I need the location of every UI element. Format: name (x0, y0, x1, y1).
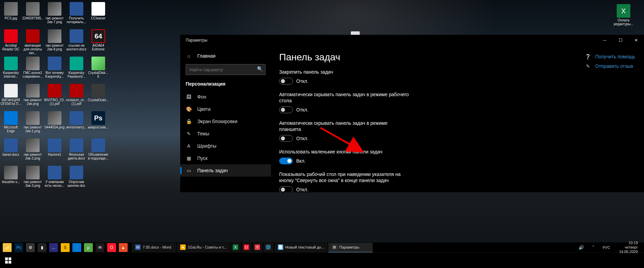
file-icon (4, 57, 18, 70)
toggle-state-label: Откл. (296, 78, 309, 84)
desktop-icon[interactable]: CCleaner (87, 1, 109, 29)
nav-icon: ▦ (186, 155, 192, 161)
titlebar[interactable]: Параметры ─ ☐ ✕ (180, 35, 644, 46)
desktop-icon[interactable]: baner.docx (0, 138, 22, 165)
pinned-app[interactable]: ▮ (37, 243, 47, 252)
pinned-app[interactable]: S (60, 243, 70, 252)
taskbar-task[interactable]: O (242, 243, 252, 252)
desktop-icon[interactable]: 64AIDA64 Extreme (87, 29, 109, 56)
file-icon (91, 2, 105, 16)
close-button[interactable]: ✕ (628, 35, 644, 46)
toggle-switch[interactable] (279, 78, 293, 85)
sidebar-item[interactable]: ✎Темы (180, 128, 271, 140)
toggle-state-label: Откл. (296, 136, 309, 141)
desktop-icon[interactable]: Опросник шенген.doc (66, 165, 87, 192)
task-label: Новый текстовый до... (285, 245, 324, 249)
file-icon (4, 166, 18, 179)
desktop-icon[interactable]: гмс-ремонт 2кв-2.png (22, 138, 44, 165)
file-icon (48, 166, 61, 179)
desktop-icon[interactable]: 2248287995... (22, 1, 44, 29)
sidebar-item[interactable]: 🎨Цвета (180, 103, 271, 115)
desktop-icon[interactable]: 5444554.png (44, 110, 66, 138)
taskbar-task[interactable]: 🌐 (263, 243, 274, 252)
language-indicator[interactable]: РУС (601, 245, 612, 250)
file-icon (26, 2, 40, 16)
taskbar-task[interactable]: 📄Новый текстовый до... (274, 243, 328, 252)
pinned-app[interactable]: ✉ (95, 243, 105, 252)
desktop-icon[interactable]: гмс-ремонт 2кв-1.png (22, 110, 44, 138)
start-button[interactable] (2, 254, 14, 267)
desktop-icon[interactable]: Налоги1 (44, 138, 66, 165)
desktop-icon[interactable]: ГМС-кухня1 современн... (22, 56, 44, 83)
app-icon: … (49, 243, 58, 252)
desktop-icon[interactable]: гмс-ремонт 2кв-8.png (44, 29, 66, 56)
windows-icon (5, 257, 11, 264)
pinned-app[interactable]: 📁 (2, 243, 12, 252)
taskbar-task[interactable]: ●1Gai.Ru - Советы и т... (177, 243, 230, 252)
desktop-icon[interactable]: CrystalDisk... 6 (87, 56, 109, 83)
desktop-icon[interactable]: lesushie-v... (0, 165, 22, 192)
tray-chevron-up-icon[interactable]: ˄ (590, 245, 597, 250)
sidebar-item[interactable]: AШрифты (180, 140, 271, 152)
desktop-icon[interactable]: Вот почему Kaspersky... (44, 56, 66, 83)
taskbar-task[interactable]: X (231, 243, 241, 252)
desktop-icon[interactable]: Kaspersky Internet... (0, 56, 22, 83)
pinned-app[interactable]: O (106, 243, 117, 252)
sidebar-item[interactable]: ▭Панель задач (180, 164, 271, 177)
task-icon: 📄 (278, 244, 283, 250)
toggle-switch[interactable] (279, 186, 293, 192)
toggle-state-label: Вкл. (296, 158, 306, 164)
minimize-button[interactable]: ─ (597, 35, 613, 46)
desktop[interactable]: PCS.jpgAcrobat Reader DCKaspersky Intern… (0, 0, 644, 268)
taskbar-task[interactable]: Y (253, 243, 263, 252)
pinned-app[interactable]: ⚙ (25, 243, 35, 252)
sidebar-item[interactable]: 🔒Экран блокировки (180, 115, 271, 128)
desktop-icon[interactable]: Получить нотариаль... (66, 1, 87, 29)
search-input[interactable] (186, 64, 266, 75)
toggle-switch[interactable] (279, 158, 293, 164)
desktop-icon[interactable]: гмс-ремонт 2кв-3.png (22, 165, 44, 192)
get-help-link[interactable]: ❔ Получить помощь (585, 54, 635, 59)
desktop-icon[interactable]: Microsoft Edge (0, 110, 22, 138)
desktop-icon[interactable]: Psмакросъем... (87, 110, 109, 138)
task-icon: X (233, 244, 238, 250)
sidebar-item[interactable]: ▦Пуск (180, 152, 271, 164)
desktop-icon[interactable]: Kaspersky Password... (66, 56, 87, 83)
task-icon: W (135, 244, 141, 250)
icon-label: гмс-ремонт 2кв-7.png (44, 16, 65, 24)
desktop-icon[interactable]: интеллекту... (66, 110, 87, 138)
desktop-icon[interactable]: PCS.jpg (0, 1, 22, 29)
toggle-switch[interactable] (279, 135, 293, 142)
toggle-switch[interactable] (279, 106, 293, 113)
desktop-icon[interactable]: Японская диета.docx (66, 138, 87, 165)
clock[interactable]: 10:19 четверг 14.05.2020 (616, 241, 641, 254)
desktop-icon[interactable]: ссылки на контент.docx (66, 29, 87, 56)
desktop-icon[interactable]: квитанция для оплаты пат... (22, 29, 44, 56)
desktop-icon[interactable]: гмс-ремонт 2кв.png (22, 83, 44, 110)
desktop-icon[interactable]: У компании есть неско... (44, 165, 66, 192)
pinned-app[interactable]: ▲ (118, 243, 128, 252)
sound-icon[interactable]: 🔊 (576, 245, 586, 250)
feedback-icon: ✎ (585, 63, 591, 69)
pinned-app[interactable]: … (48, 243, 59, 252)
desktop-icon[interactable]: revisium_re... (1).pdf (66, 83, 87, 110)
home-nav[interactable]: ⌂ Главная (180, 50, 271, 62)
desktop-icon[interactable]: ВАТАНЦИЯ ОПЛАТЫ П... (0, 83, 22, 110)
file-icon (4, 29, 18, 43)
desktop-icon[interactable]: X Оплата редактуры... (613, 3, 634, 31)
send-feedback-link[interactable]: ✎ Отправить отзыв (585, 63, 635, 69)
desktop-icon[interactable]: CrystalDiskI... (87, 83, 109, 110)
desktop-icon[interactable]: гмс-ремонт 2кв-7.png (44, 1, 66, 29)
pinned-app[interactable]: Ps (14, 243, 24, 252)
desktop-icon[interactable]: INVITRO_23... (1).pdf (44, 83, 66, 110)
desktop-icon[interactable]: Acrobat Reader DC (0, 29, 22, 56)
setting-label: Автоматически скрывать панель задач в ре… (279, 120, 409, 132)
svg-rect-3 (5, 261, 8, 264)
maximize-button[interactable]: ☐ (613, 35, 628, 46)
taskbar-task[interactable]: W7.05.docx - Word (132, 243, 176, 252)
sidebar-item[interactable]: 🖼Фон (180, 91, 271, 103)
pinned-app[interactable]: μ (83, 243, 94, 252)
pinned-app[interactable]: 👤 (72, 243, 82, 252)
taskbar-task[interactable]: ⚙Параметры (328, 243, 373, 252)
desktop-icon[interactable]: Объявления в подъезде... (87, 138, 109, 165)
